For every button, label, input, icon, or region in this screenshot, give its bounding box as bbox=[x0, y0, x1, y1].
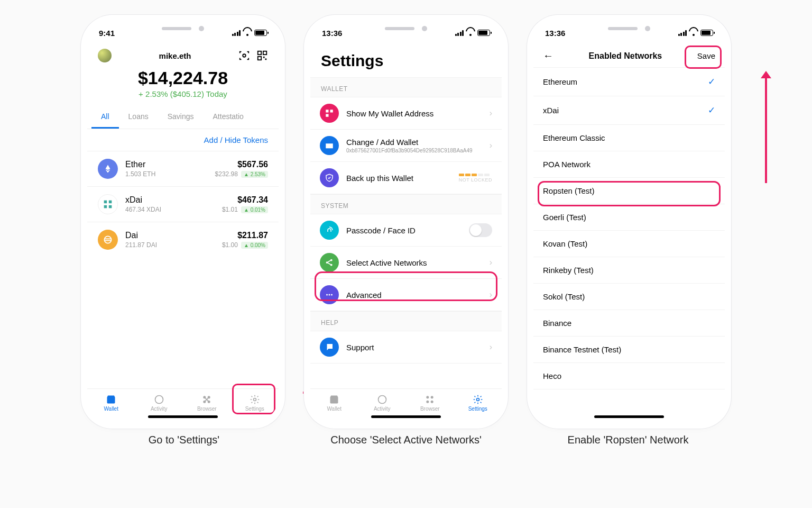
caption-step-1: Go to 'Settings' bbox=[89, 434, 279, 446]
tabbar-settings[interactable]: Settings bbox=[231, 389, 279, 417]
backup-progress bbox=[459, 174, 492, 176]
token-row-ether[interactable]: Ether1.503 ETH $567.56$232.98▲ 2.53% bbox=[87, 151, 279, 186]
section-help: HELP bbox=[310, 311, 502, 331]
wifi-icon bbox=[243, 30, 252, 36]
network-row[interactable]: Binance Testnet (Test) bbox=[533, 337, 725, 363]
network-row[interactable]: xDai✓ bbox=[533, 96, 725, 125]
tabbar-activity[interactable]: Activity bbox=[135, 389, 183, 417]
chevron-right-icon: › bbox=[490, 108, 492, 118]
passcode-toggle[interactable] bbox=[469, 223, 492, 237]
network-name: POA Network bbox=[543, 160, 590, 169]
svg-rect-7 bbox=[109, 201, 112, 204]
row-change-wallet[interactable]: Change / Add Wallet0xb875627001Fd0fBa3b9… bbox=[310, 130, 502, 162]
network-row[interactable]: Heco bbox=[533, 363, 725, 389]
network-row[interactable]: Ropsten (Test) bbox=[533, 178, 725, 204]
network-row[interactable]: POA Network bbox=[533, 151, 725, 178]
battery-icon bbox=[254, 30, 267, 36]
wallet-icon bbox=[320, 136, 339, 155]
fingerprint-icon bbox=[320, 221, 339, 240]
tab-loans[interactable]: Loans bbox=[119, 106, 158, 129]
token-row-dai[interactable]: Dai211.87 DAI $211.87$1.00▲ 0.00% bbox=[87, 222, 279, 257]
more-icon bbox=[320, 285, 339, 304]
save-button[interactable]: Save bbox=[697, 51, 715, 60]
network-name: Heco bbox=[543, 371, 561, 380]
row-passcode[interactable]: Passcode / Face ID bbox=[310, 214, 502, 247]
svg-rect-5 bbox=[265, 59, 266, 60]
svg-rect-18 bbox=[330, 110, 333, 112]
tabbar-activity[interactable]: Activity bbox=[358, 389, 407, 417]
tabbar-wallet[interactable]: Wallet bbox=[87, 389, 135, 417]
row-support[interactable]: Support› bbox=[310, 331, 502, 364]
tabbar-settings[interactable]: Settings bbox=[454, 389, 502, 417]
network-row[interactable]: Binance bbox=[533, 310, 725, 337]
svg-rect-9 bbox=[109, 205, 112, 208]
svg-rect-19 bbox=[326, 114, 328, 117]
tabbar-wallet[interactable]: Wallet bbox=[310, 389, 358, 417]
network-name: Ropsten (Test) bbox=[543, 186, 595, 195]
svg-rect-6 bbox=[104, 201, 107, 204]
tabbar-browser[interactable]: Browser bbox=[406, 389, 454, 417]
balance-change: + 2.53% ($405.12) Today bbox=[87, 89, 279, 98]
svg-rect-1 bbox=[258, 51, 261, 55]
ether-icon bbox=[98, 159, 118, 179]
svg-rect-8 bbox=[104, 205, 107, 208]
network-name: Ethereum Classic bbox=[543, 133, 605, 142]
network-row[interactable]: Ethereum Classic bbox=[533, 125, 725, 151]
qr-icon bbox=[320, 104, 339, 123]
caption-step-3: Enable 'Ropsten' Network bbox=[533, 434, 723, 446]
add-hide-tokens[interactable]: Add / Hide Tokens bbox=[87, 129, 279, 151]
status-bar: 13:36 bbox=[310, 21, 502, 44]
svg-point-31 bbox=[476, 398, 479, 401]
svg-rect-2 bbox=[263, 51, 266, 55]
section-system: SYSTEM bbox=[310, 194, 502, 214]
arrow-3 bbox=[761, 71, 771, 183]
network-name: Binance Testnet (Test) bbox=[543, 345, 621, 354]
avatar-icon[interactable] bbox=[98, 49, 112, 62]
qr-icon[interactable] bbox=[256, 50, 268, 61]
network-name: Ethereum bbox=[543, 77, 577, 86]
tab-savings[interactable]: Savings bbox=[158, 106, 204, 129]
svg-point-23 bbox=[326, 294, 328, 296]
wallet-tabs: All Loans Savings Attestatio bbox=[87, 106, 279, 129]
network-row[interactable]: Goerli (Test) bbox=[533, 204, 725, 231]
network-name: Rinkeby (Test) bbox=[543, 266, 594, 275]
status-time: 13:36 bbox=[322, 29, 342, 38]
check-icon: ✓ bbox=[708, 105, 715, 116]
network-row[interactable]: Kovan (Test) bbox=[533, 231, 725, 257]
wallet-name[interactable]: mike.eth bbox=[159, 51, 191, 60]
network-name: Sokol (Test) bbox=[543, 292, 585, 301]
row-backup-wallet[interactable]: Back up this Wallet NOT LOCKED bbox=[310, 162, 502, 194]
dai-icon bbox=[98, 230, 118, 250]
network-name: xDai bbox=[543, 106, 559, 115]
network-name: Binance bbox=[543, 319, 571, 328]
networks-title: Enabled Networks bbox=[589, 51, 662, 61]
row-show-address[interactable]: Show My Wallet Address› bbox=[310, 97, 502, 130]
svg-point-28 bbox=[431, 396, 433, 398]
svg-rect-17 bbox=[326, 110, 328, 112]
row-select-networks[interactable]: Select Active Networks› bbox=[310, 247, 502, 279]
caption-step-2: Choose 'Select Active Networks' bbox=[311, 434, 501, 446]
network-row[interactable]: Ethereum✓ bbox=[533, 68, 725, 96]
network-name: Kovan (Test) bbox=[543, 239, 587, 248]
balance-amount: $14,224.78 bbox=[87, 68, 279, 88]
network-row[interactable]: Rinkeby (Test) bbox=[533, 257, 725, 284]
svg-point-16 bbox=[253, 398, 256, 401]
share-icon bbox=[320, 253, 339, 272]
svg-point-27 bbox=[427, 396, 429, 398]
phone-settings: 13:36 Settings WALLET Show My Wallet Add… bbox=[310, 21, 502, 422]
token-row-xdai[interactable]: xDai467.34 XDAI $467.34$1.01▲ 0.01% bbox=[87, 186, 279, 222]
tab-attestations[interactable]: Attestatio bbox=[204, 106, 253, 129]
check-icon: ✓ bbox=[708, 76, 715, 87]
network-name: Goerli (Test) bbox=[543, 213, 586, 222]
scan-icon[interactable] bbox=[238, 50, 250, 61]
status-time: 9:41 bbox=[99, 29, 115, 38]
tab-all[interactable]: All bbox=[91, 106, 119, 129]
status-bar: 13:36 bbox=[533, 21, 725, 44]
section-wallet: WALLET bbox=[310, 77, 502, 97]
tabbar-browser[interactable]: Browser bbox=[183, 389, 231, 417]
svg-point-30 bbox=[431, 401, 433, 403]
shield-icon bbox=[320, 168, 339, 187]
network-row[interactable]: Sokol (Test) bbox=[533, 284, 725, 310]
back-arrow-icon[interactable]: ← bbox=[543, 50, 553, 62]
row-advanced[interactable]: Advanced› bbox=[310, 279, 502, 311]
